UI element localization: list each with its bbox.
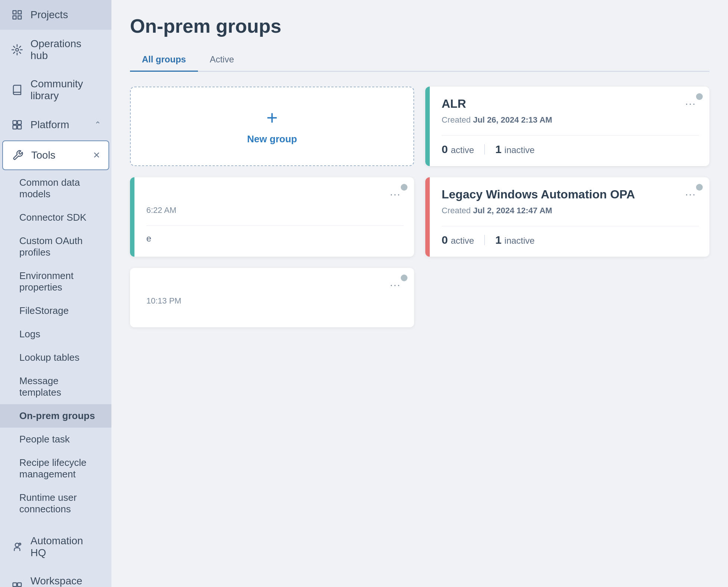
alr-stat-divider [484,144,485,155]
main-content: On-prem groups All groups Active + New g… [111,0,728,587]
partial1-indicator [130,177,134,257]
platform-icon [10,118,24,132]
sidebar-item-platform[interactable]: Platform ⌃ [0,110,111,140]
workspace-admin-icon [10,580,24,587]
sidebar-item-tools-label: Tools [31,149,86,161]
partial1-stats: e [146,233,404,244]
submenu-item-filestorage[interactable]: FileStorage [0,299,111,322]
legacy-created-date: Created Jul 2, 2024 12:47 AM [442,206,699,215]
legacy-inactive-stat: 1 inactive [495,234,534,246]
alr-active-stat: 0 active [442,143,474,156]
partial1-menu-button[interactable]: ··· [387,188,404,201]
groups-grid: + New group ALR ··· Created Jul 26, 2024… [130,87,709,327]
partial2-status-dot [401,275,407,281]
legacy-title: Legacy Windows Automation OPA [442,188,635,201]
submenu-item-lookup-tables[interactable]: Lookup tables [0,346,111,369]
partial1-status-dot [401,184,407,191]
alr-inactive-stat: 1 inactive [495,143,534,156]
submenu-item-connector-sdk[interactable]: Connector SDK [0,206,111,229]
submenu-item-runtime-user-connections[interactable]: Runtime user connections [0,486,111,521]
sidebar-item-tools[interactable]: Tools ✕ [2,140,109,170]
platform-chevron-icon: ⌃ [94,120,101,130]
legacy-active-stat: 0 active [442,234,474,246]
partial2-header: ··· [146,278,404,292]
legacy-divider [442,226,699,226]
alr-card-content: ALR ··· Created Jul 26, 2024 2:13 AM 0 a… [430,87,709,166]
tabs-bar: All groups Active [130,48,709,72]
svg-point-0 [16,48,19,51]
sidebar-item-workspace-admin-label: Workspace admin [30,575,101,587]
svg-rect-8 [17,583,21,587]
svg-rect-3 [13,125,17,129]
legacy-menu-button[interactable]: ··· [682,188,699,201]
legacy-stats: 0 active 1 inactive [442,234,699,246]
svg-point-5 [15,543,19,547]
legacy-indicator [425,177,430,257]
alr-created-date: Created Jul 26, 2024 2:13 AM [442,115,699,125]
svg-rect-2 [17,121,21,124]
sidebar-item-operations-hub[interactable]: Operations hub [0,30,111,70]
community-library-icon [10,83,24,97]
partial1-content: ··· 6:22 AM e [134,177,414,254]
svg-rect-7 [13,583,17,587]
sidebar-item-community-library[interactable]: Community library [0,70,111,110]
alr-stats: 0 active 1 inactive [442,143,699,156]
alr-indicator [425,87,430,166]
sidebar-item-automation-hq-label: Automation HQ [30,535,101,559]
submenu-item-common-data-models[interactable]: Common data models [0,171,111,206]
new-group-label: New group [247,133,297,145]
submenu-item-environment-properties[interactable]: Environment properties [0,264,111,299]
submenu-item-logs[interactable]: Logs [0,322,111,346]
legacy-card-content: Legacy Windows Automation OPA ··· Create… [430,177,709,257]
sidebar: Projects Operations hub Community librar… [0,0,111,587]
alr-menu-button[interactable]: ··· [682,97,699,110]
partial2-menu-button[interactable]: ··· [387,278,404,292]
group-card-legacy-windows: Legacy Windows Automation OPA ··· Create… [425,177,709,257]
group-card-partial-1: ··· 6:22 AM e [130,177,414,257]
tab-all-groups[interactable]: All groups [130,48,198,72]
partial2-date: 10:13 PM [146,296,404,306]
sidebar-item-platform-label: Platform [30,119,88,131]
new-group-card[interactable]: + New group [130,87,414,166]
operations-hub-icon [10,43,24,56]
partial1-header: ··· [146,188,404,201]
group-card-alr: ALR ··· Created Jul 26, 2024 2:13 AM 0 a… [425,87,709,166]
sidebar-item-projects[interactable]: Projects [0,0,111,30]
submenu-item-recipe-lifecycle-management[interactable]: Recipe lifecycle management [0,451,111,486]
alr-card-header: ALR ··· [442,97,699,111]
tools-icon [11,149,25,162]
partial1-date: 6:22 AM [146,205,404,215]
group-card-partial-2: ··· 10:13 PM [130,268,414,327]
submenu-item-on-prem-groups[interactable]: On-prem groups [0,404,111,428]
tab-active[interactable]: Active [198,48,246,72]
partial1-divider [146,226,404,226]
submenu-item-message-templates[interactable]: Message templates [0,369,111,404]
legacy-status-dot [696,184,703,191]
sidebar-item-workspace-admin[interactable]: Workspace admin [0,567,111,587]
projects-icon [10,8,24,22]
svg-rect-4 [17,125,21,129]
svg-rect-1 [13,121,17,124]
sidebar-item-operations-hub-label: Operations hub [30,38,101,62]
alr-title: ALR [442,97,466,111]
automation-hq-icon [10,540,24,554]
legacy-card-header: Legacy Windows Automation OPA ··· [442,188,699,201]
alr-status-dot [696,93,703,100]
legacy-stat-divider [484,235,485,245]
partial2-content: ··· 10:13 PM [134,268,414,327]
page-title: On-prem groups [130,15,709,37]
sidebar-item-projects-label: Projects [30,9,101,21]
submenu-item-custom-oauth-profiles[interactable]: Custom OAuth profiles [0,229,111,264]
sidebar-item-community-library-label: Community library [30,78,101,102]
tools-close-icon[interactable]: ✕ [93,150,100,160]
submenu-item-people-task[interactable]: People task [0,428,111,451]
alr-divider [442,135,699,136]
new-group-plus-icon: + [266,108,277,127]
tools-submenu: Common data models Connector SDK Custom … [0,171,111,521]
sidebar-item-automation-hq[interactable]: Automation HQ [0,527,111,567]
